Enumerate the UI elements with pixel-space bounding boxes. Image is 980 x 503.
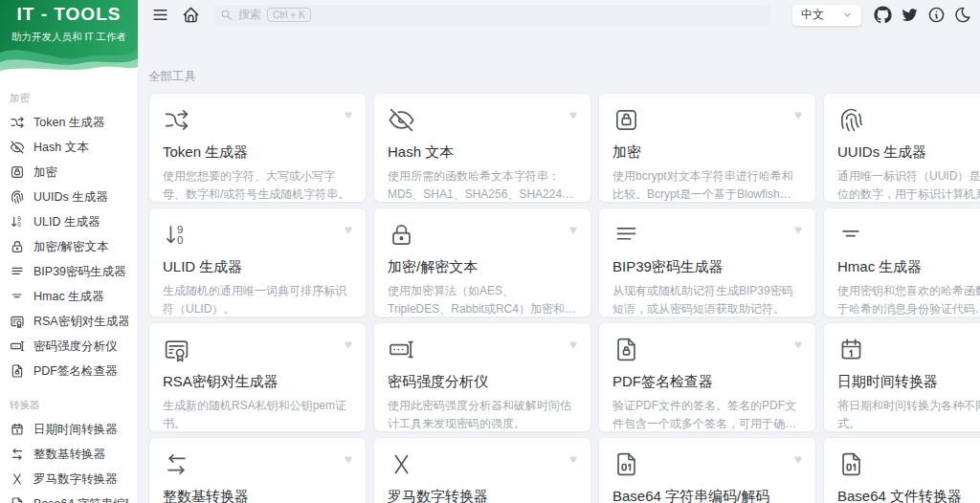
- tool-card-header: ♥: [612, 221, 802, 250]
- tool-card-header: ♥: [163, 336, 352, 364]
- tool-card-description: 通用唯一标识符（UUID）是一个128位的数字，用于标识计算机系统中的信息。可能…: [837, 167, 980, 203]
- tool-card[interactable]: ♥PDF签名检查器验证PDF文件的签名。签名的PDF文件包含一个或多个签名，可用…: [598, 322, 816, 432]
- favorite-heart-icon[interactable]: ♥: [794, 338, 802, 351]
- tool-card-header: ♥: [837, 221, 980, 250]
- tool-card[interactable]: ♥密码强度分析仪使用此密码强度分析器和破解时间估计工具来发现密码的强度。: [373, 322, 591, 432]
- menu-icon: [151, 6, 169, 24]
- tool-card-title: ULID 生成器: [163, 258, 352, 276]
- tool-card[interactable]: ♥Base64 文件转换器将字符串、文件或图像转换为base64。: [823, 437, 980, 503]
- sidebar-item[interactable]: BIP39密码生成器: [0, 259, 138, 284]
- sort-09-icon: 90: [163, 221, 190, 249]
- home-button[interactable]: [179, 4, 202, 27]
- search-input[interactable]: 搜索 Ctrl + K: [213, 5, 771, 25]
- certificate-icon: [163, 336, 190, 363]
- info-icon: [927, 6, 946, 24]
- file-digit-icon: [612, 450, 640, 478]
- tool-card[interactable]: ♥Base64 字符串编码/解码简单地将字符串编码和解码为base64格式。: [598, 437, 816, 503]
- sort-09-icon: 90: [10, 214, 25, 230]
- tool-card-description: 使用密钥和您喜欢的哈希函数计算基于哈希的消息身份验证代码（HMAC）。: [837, 282, 980, 317]
- sidebar-item[interactable]: 罗马数字转换器: [0, 467, 138, 492]
- sidebar-item[interactable]: 整数基转换器: [0, 442, 138, 467]
- favorite-heart-icon[interactable]: ♥: [569, 223, 577, 236]
- sidebar-item[interactable]: Hmac 生成器: [0, 284, 138, 309]
- equal-icon: [10, 289, 25, 304]
- favorite-heart-icon[interactable]: ♥: [794, 108, 802, 121]
- favorite-heart-icon[interactable]: ♥: [569, 452, 577, 466]
- tool-card-title: PDF签名检查器: [612, 373, 802, 391]
- tool-card[interactable]: ♥罗马数字转换器将罗马数字转换为数字，并将数字转换为罗马数字。: [373, 437, 591, 503]
- tool-card-header: ♥: [388, 221, 577, 250]
- language-select[interactable]: 中文: [792, 5, 861, 26]
- tool-card[interactable]: ♥日期时间转换器将日期和时间转换为各种不同的格式。: [823, 322, 980, 432]
- sidebar-section-title: 加密: [10, 92, 138, 105]
- dark-mode-button[interactable]: [951, 4, 974, 27]
- tool-card[interactable]: ♥Hash 文本使用所需的函数哈希文本字符串：MD5、SHA1、SHA256、S…: [373, 93, 591, 203]
- sidebar-item-label: BIP39密码生成器: [33, 264, 126, 280]
- svg-text:0: 0: [17, 221, 21, 228]
- favorite-heart-icon[interactable]: ♥: [794, 452, 802, 466]
- favorite-heart-icon[interactable]: ♥: [569, 338, 577, 351]
- svg-text:0: 0: [177, 234, 183, 246]
- pdf-signature-icon: [10, 363, 25, 379]
- tool-card-header: 90♥: [163, 221, 352, 250]
- tool-card[interactable]: ♥整数基转换器在不同的基数（十进制、十六进制、二进制、八进制、base64……）…: [148, 437, 367, 503]
- tool-card-title: 整数基转换器: [163, 488, 352, 503]
- tool-card[interactable]: ♥RSA密钥对生成器生成新的随机RSA私钥和公钥pem证书。: [148, 322, 367, 432]
- sidebar-item-label: Token 生成器: [33, 115, 104, 131]
- favorite-heart-icon[interactable]: ♥: [569, 108, 577, 121]
- favorite-heart-icon[interactable]: ♥: [345, 338, 352, 351]
- favorite-heart-icon[interactable]: ♥: [794, 223, 802, 236]
- tool-card[interactable]: 90♥ULID 生成器生成随机的通用唯一词典可排序标识符（ULID）。: [148, 208, 367, 317]
- favorite-heart-icon[interactable]: ♥: [345, 108, 352, 121]
- sidebar-item[interactable]: UUIDs 生成器: [0, 185, 138, 209]
- sidebar-item[interactable]: 加密: [0, 160, 138, 185]
- tool-card[interactable]: ♥Hmac 生成器使用密钥和您喜欢的哈希函数计算基于哈希的消息身份验证代码（HM…: [823, 208, 980, 317]
- github-button[interactable]: [871, 4, 894, 27]
- tool-card[interactable]: ♥加密/解密文本使用加密算法（如AES、TripleDES、Rabbit或RC4…: [373, 208, 591, 317]
- sidebar-nav: 加密Token 生成器Hash 文本加密UUIDs 生成器90ULID 生成器加…: [0, 73, 138, 503]
- sidebar-item[interactable]: 加密/解密文本: [0, 234, 138, 259]
- eye-off-icon: [388, 106, 415, 134]
- tool-card-header: ♥: [612, 106, 802, 135]
- sidebar-item[interactable]: PDF签名检查器: [0, 359, 138, 383]
- home-icon: [182, 6, 200, 24]
- sidebar-item[interactable]: RSA密钥对生成器: [0, 309, 138, 334]
- tool-card-header: ♥: [388, 336, 577, 364]
- lock-square-icon: [10, 164, 25, 180]
- sidebar-item[interactable]: 密码强度分析仪: [0, 334, 138, 359]
- github-icon: [874, 6, 892, 24]
- sidebar-section-title: 转换器: [10, 399, 138, 412]
- letter-x-icon: [388, 450, 415, 478]
- calendar-icon: [10, 422, 25, 437]
- tool-card-title: 日期时间转换器: [837, 373, 980, 391]
- search-icon: [220, 9, 233, 21]
- language-select-value: 中文: [801, 7, 824, 23]
- sidebar-item[interactable]: Hash 文本: [0, 135, 138, 160]
- tool-card-description: 使用加密算法（如AES、TripleDES、Rabbit或RC4）加密和解密文本…: [388, 282, 577, 317]
- password-icon: [10, 339, 25, 354]
- eye-off-icon: [10, 140, 25, 155]
- tool-card-header: ♥: [837, 106, 980, 135]
- padlock-icon: [10, 239, 25, 254]
- tool-card[interactable]: ♥BIP39密码生成器从现有或随机助记符生成BIP39密码短语，或从密码短语获取…: [598, 208, 816, 317]
- sidebar-item[interactable]: Token 生成器: [0, 110, 138, 135]
- favorite-heart-icon[interactable]: ♥: [345, 452, 352, 466]
- tool-card[interactable]: ♥加密使用bcrypt对文本字符串进行哈希和比较。Bcrypt是一个基于Blow…: [598, 93, 816, 203]
- twitter-button[interactable]: [898, 4, 921, 27]
- sidebar-item[interactable]: Base64 字符串编码/解码: [0, 492, 138, 503]
- about-button[interactable]: [924, 4, 947, 27]
- favorite-heart-icon[interactable]: ♥: [345, 223, 352, 236]
- logo-title: IT - TOOLS: [0, 4, 138, 25]
- pdf-signature-icon: [612, 336, 640, 363]
- sidebar-item[interactable]: 90ULID 生成器: [0, 209, 138, 234]
- sidebar-item-label: Hash 文本: [33, 140, 89, 156]
- page-title: 全部工具: [148, 69, 980, 85]
- file-digit-icon: [10, 496, 25, 503]
- logo-banner[interactable]: IT - TOOLS 助力开发人员和 IT 工作者: [0, 0, 138, 73]
- tool-card[interactable]: ♥Token 生成器使用您想要的字符、大写或小写字母、数字和/或符号生成随机字符…: [148, 93, 367, 203]
- tool-card[interactable]: ♥UUIDs 生成器通用唯一标识符（UUID）是一个128位的数字，用于标识计算…: [823, 93, 980, 203]
- sidebar-item[interactable]: 日期时间转换器: [0, 417, 138, 442]
- menu-toggle-button[interactable]: [148, 4, 171, 27]
- tool-card-title: BIP39密码生成器: [612, 258, 802, 276]
- tool-card-title: 加密/解密文本: [388, 258, 577, 276]
